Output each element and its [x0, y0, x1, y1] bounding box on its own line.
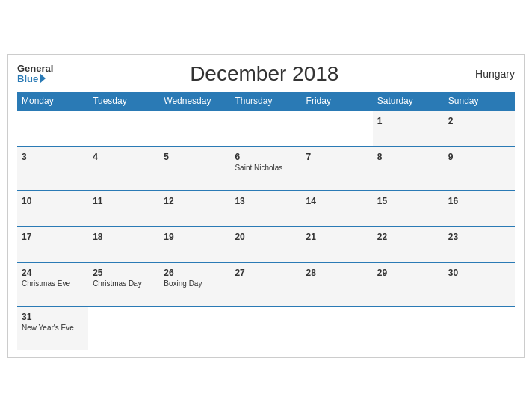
day-number: 26 — [164, 268, 226, 278]
calendar-cell — [88, 111, 159, 146]
calendar-cell: 9 — [444, 146, 515, 191]
week-row: 10111213141516 — [17, 191, 515, 226]
calendar-cell — [302, 111, 373, 146]
day-number: 6 — [235, 152, 297, 162]
calendar-cell: 11 — [88, 191, 159, 226]
weekday-header-row: MondayTuesdayWednesdayThursdayFridaySatu… — [17, 92, 515, 111]
logo: General Blue — [17, 64, 53, 84]
calendar-cell: 29 — [373, 262, 444, 306]
calendar-cell: 30 — [444, 262, 515, 306]
calendar-cell: 23 — [444, 226, 515, 262]
weekday-wednesday: Wednesday — [159, 92, 230, 111]
calendar-cell — [444, 306, 515, 350]
day-number: 12 — [164, 196, 226, 206]
day-number: 23 — [448, 232, 510, 242]
weekday-tuesday: Tuesday — [88, 92, 159, 111]
calendar-header: General Blue December 2018 Hungary — [17, 62, 515, 86]
week-row: 17181920212223 — [17, 226, 515, 262]
day-number: 28 — [306, 268, 368, 278]
calendar-cell: 13 — [230, 191, 301, 226]
day-number: 17 — [22, 232, 84, 242]
day-number: 25 — [93, 268, 155, 278]
calendar-cell: 20 — [230, 226, 301, 262]
day-event: Christmas Day — [93, 279, 155, 288]
week-row: 31New Year's Eve — [17, 306, 515, 350]
day-number: 31 — [22, 312, 84, 322]
weekday-sunday: Sunday — [444, 92, 515, 111]
calendar-cell — [302, 306, 373, 350]
day-number: 30 — [448, 268, 510, 278]
weekday-monday: Monday — [17, 92, 88, 111]
day-number: 20 — [235, 232, 297, 242]
calendar-cell: 1 — [373, 111, 444, 146]
day-number: 7 — [306, 152, 368, 162]
calendar-cell — [230, 306, 301, 350]
calendar-cell: 17 — [17, 226, 88, 262]
day-event: Boxing Day — [164, 279, 226, 288]
logo-general-text: General — [17, 64, 53, 73]
day-number: 4 — [93, 152, 155, 162]
day-number: 2 — [448, 116, 510, 126]
calendar-cell: 12 — [159, 191, 230, 226]
calendar-cell: 28 — [302, 262, 373, 306]
weekday-saturday: Saturday — [373, 92, 444, 111]
calendar-cell: 25Christmas Day — [88, 262, 159, 306]
day-number: 3 — [22, 152, 84, 162]
day-number: 1 — [377, 116, 439, 126]
day-number: 10 — [22, 196, 84, 206]
week-row: 24Christmas Eve25Christmas Day26Boxing D… — [17, 262, 515, 306]
calendar-cell: 2 — [444, 111, 515, 146]
day-number: 24 — [22, 268, 84, 278]
calendar-cell: 14 — [302, 191, 373, 226]
calendar-cell: 26Boxing Day — [159, 262, 230, 306]
calendar-cell — [373, 306, 444, 350]
day-number: 15 — [377, 196, 439, 206]
calendar-cell: 4 — [88, 146, 159, 191]
calendar-cell: 24Christmas Eve — [17, 262, 88, 306]
day-number: 29 — [377, 268, 439, 278]
calendar-country: Hungary — [475, 68, 515, 80]
day-number: 27 — [235, 268, 297, 278]
calendar-cell — [88, 306, 159, 350]
calendar-cell: 31New Year's Eve — [17, 306, 88, 350]
day-event: Christmas Eve — [22, 279, 84, 288]
logo-blue-text: Blue — [17, 74, 38, 84]
calendar-cell: 21 — [302, 226, 373, 262]
calendar-cell: 3 — [17, 146, 88, 191]
calendar-cell: 7 — [302, 146, 373, 191]
calendar-cell — [159, 111, 230, 146]
day-number: 13 — [235, 196, 297, 206]
day-event: Saint Nicholas — [235, 164, 297, 172]
calendar-cell: 8 — [373, 146, 444, 191]
calendar-cell: 22 — [373, 226, 444, 262]
calendar-cell: 19 — [159, 226, 230, 262]
day-event: New Year's Eve — [22, 324, 84, 332]
calendar-cell — [159, 306, 230, 350]
day-number: 16 — [448, 196, 510, 206]
calendar-title: December 2018 — [190, 62, 338, 86]
weekday-thursday: Thursday — [230, 92, 301, 111]
calendar-grid: MondayTuesdayWednesdayThursdayFridaySatu… — [17, 92, 515, 350]
calendar-cell — [17, 111, 88, 146]
weekday-friday: Friday — [302, 92, 373, 111]
calendar-cell — [230, 111, 301, 146]
logo-triangle-icon — [40, 73, 46, 84]
calendar-cell: 18 — [88, 226, 159, 262]
day-number: 5 — [164, 152, 226, 162]
week-row: 3456Saint Nicholas789 — [17, 146, 515, 191]
calendar-cell: 16 — [444, 191, 515, 226]
calendar-cell: 10 — [17, 191, 88, 226]
day-number: 8 — [377, 152, 439, 162]
calendar-cell: 5 — [159, 146, 230, 191]
day-number: 11 — [93, 196, 155, 206]
calendar-cell: 27 — [230, 262, 301, 306]
week-row: 12 — [17, 111, 515, 146]
day-number: 14 — [306, 196, 368, 206]
calendar-cell: 6Saint Nicholas — [230, 146, 301, 191]
day-number: 9 — [448, 152, 510, 162]
calendar-cell: 15 — [373, 191, 444, 226]
day-number: 22 — [377, 232, 439, 242]
day-number: 21 — [306, 232, 368, 242]
day-number: 18 — [93, 232, 155, 242]
day-number: 19 — [164, 232, 226, 242]
